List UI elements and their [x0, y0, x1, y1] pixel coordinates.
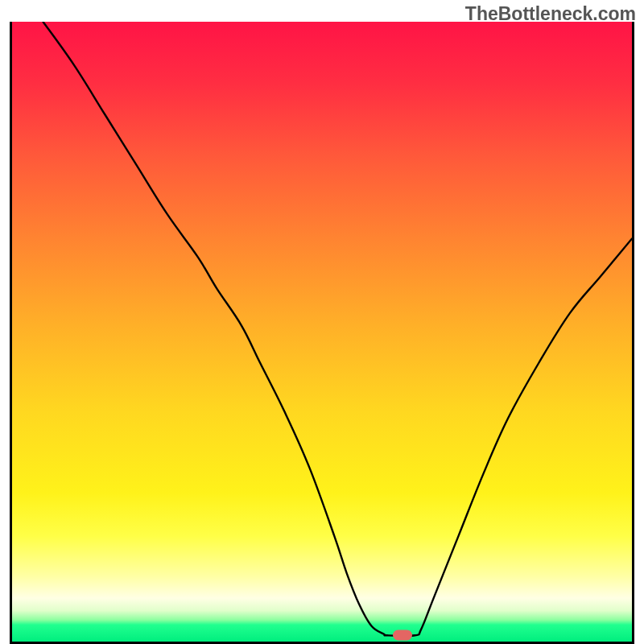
- chart-frame: [10, 22, 634, 644]
- plot-area: [12, 22, 632, 642]
- watermark-text: TheBottleneck.com: [465, 3, 636, 25]
- optimal-point-marker: [393, 630, 412, 641]
- bottleneck-curve: [12, 22, 632, 642]
